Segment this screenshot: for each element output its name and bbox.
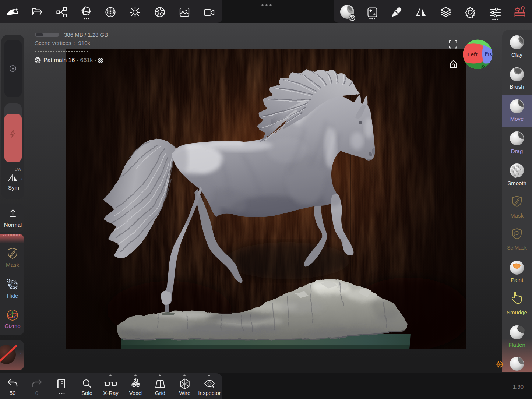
svg-text:Move: Move	[510, 116, 524, 122]
svg-text:Smooth: Smooth	[507, 180, 526, 186]
svg-text:Brush: Brush	[510, 84, 524, 90]
svg-text:Mask: Mask	[510, 212, 524, 219]
svg-text:Drag: Drag	[511, 148, 523, 154]
svg-text:Flatten: Flatten	[508, 342, 525, 348]
svg-text:Smudge: Smudge	[507, 309, 527, 315]
svg-text:Left: Left	[467, 51, 478, 57]
svg-text:Clay: Clay	[511, 52, 523, 58]
svg-text:SelMask: SelMask	[507, 245, 527, 251]
svg-text:Paint: Paint	[511, 277, 524, 283]
svg-text:Fro: Fro	[485, 51, 493, 57]
